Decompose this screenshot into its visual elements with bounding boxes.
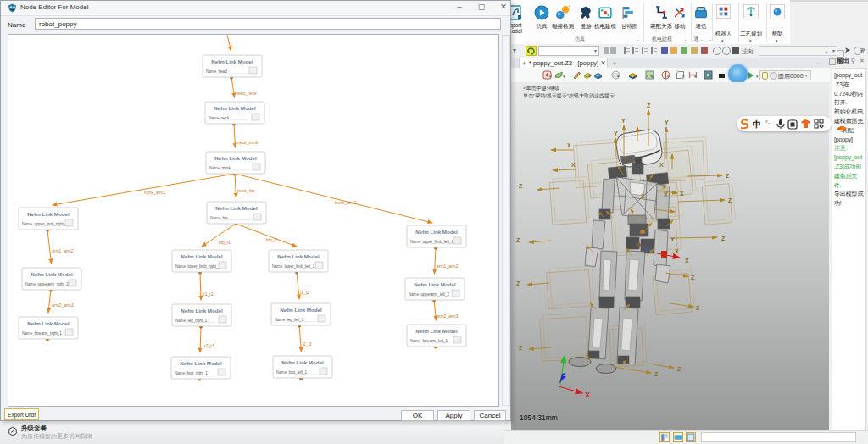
svg-text:Nefm Link Model: Nefm Link Model xyxy=(214,105,256,111)
svg-text:hip_l1: hip_l1 xyxy=(266,237,278,242)
svg-text:Z: Z xyxy=(721,236,726,241)
svg-text:trunk_hip: trunk_hip xyxy=(237,188,255,193)
svg-text:Nefm Link Model: Nefm Link Model xyxy=(27,211,70,217)
svg-text:Y: Y xyxy=(670,236,675,242)
svg-text:r1_r2: r1_r2 xyxy=(203,291,214,297)
svg-text:Name: Name xyxy=(410,339,421,343)
svg-text:Name: Name xyxy=(22,222,33,226)
svg-text:Nefm Link Model: Nefm Link Model xyxy=(215,205,258,211)
svg-text:X: X xyxy=(675,248,679,254)
svg-text:Z: Z xyxy=(647,103,651,108)
svg-text:r2_r3: r2_r3 xyxy=(204,343,214,348)
svg-text:Y: Y xyxy=(621,118,626,124)
svg-text:head_neck: head_neck xyxy=(236,91,257,96)
svg-text:Name: Name xyxy=(25,282,36,286)
svg-text:Name: Name xyxy=(272,264,283,269)
svg-text:lower_limb_left_1: lower_limb_left_1 xyxy=(285,264,315,269)
svg-text:arm2_arm3: arm2_arm3 xyxy=(437,314,459,319)
svg-text:Z: Z xyxy=(728,197,732,203)
svg-text:trunk: trunk xyxy=(222,166,231,170)
svg-text:Nefm Link Model: Nefm Link Model xyxy=(414,281,456,287)
svg-text:Z: Z xyxy=(696,305,700,311)
svg-text:trunk_arm2: trunk_arm2 xyxy=(335,200,357,205)
svg-text:单击"帮助/显示提示"按钮来取消这些提示: 单击"帮助/显示提示"按钮来取消这些提示 xyxy=(523,92,615,99)
svg-text:lower_limb_right_1: lower_limb_right_1 xyxy=(188,264,221,269)
svg-text:Nefm Link Model: Nefm Link Model xyxy=(280,307,322,313)
svg-text:X: X xyxy=(567,142,571,148)
svg-text:leg_right_1: leg_right_1 xyxy=(188,319,208,323)
svg-text:l2_l3: l2_l3 xyxy=(303,341,312,347)
svg-text:foot_right_1: foot_right_1 xyxy=(187,371,209,375)
svg-text:Name: Name xyxy=(175,319,186,323)
svg-text:Nefm Link Model: Nefm Link Model xyxy=(415,229,458,235)
svg-text:Name: Name xyxy=(209,116,220,120)
svg-text:upper_limb_right_1: upper_limb_right_1 xyxy=(35,222,69,226)
svg-text:Nefm Link Model: Nefm Link Model xyxy=(181,253,223,259)
svg-text:Nefm Link Model: Nefm Link Model xyxy=(31,271,73,277)
svg-text:Nefm Link Model: Nefm Link Model xyxy=(211,58,253,64)
svg-text:neck: neck xyxy=(221,116,230,120)
svg-text:Name: Name xyxy=(209,166,220,170)
svg-text:arm2_arm3: arm2_arm3 xyxy=(52,302,74,308)
svg-text:Nefm Link Model: Nefm Link Model xyxy=(181,308,223,314)
svg-text:Z: Z xyxy=(726,173,730,179)
svg-text:upper_limb_left_1: upper_limb_left_1 xyxy=(423,240,454,244)
svg-text:forearm_left_1: forearm_left_1 xyxy=(423,339,448,343)
svg-text:<单击中键>继续: <单击中键>继续 xyxy=(523,86,559,92)
svg-text:foot_left_1: foot_left_1 xyxy=(289,370,308,375)
svg-text:neck_trunk: neck_trunk xyxy=(237,140,259,145)
svg-text:X: X xyxy=(585,391,590,399)
svg-text:Name: Name xyxy=(175,371,186,375)
svg-text:X: X xyxy=(685,258,689,264)
svg-text:Z: Z xyxy=(654,371,659,377)
svg-text:Y: Y xyxy=(665,119,669,125)
svg-text:X: X xyxy=(680,191,684,197)
svg-text:trunk_arm1: trunk_arm1 xyxy=(144,190,166,195)
svg-text:Nefm Link Model: Nefm Link Model xyxy=(27,320,70,326)
svg-text:l1_l2: l1_l2 xyxy=(300,290,309,295)
svg-text:1054.31mm: 1054.31mm xyxy=(520,413,558,422)
svg-text:X: X xyxy=(641,193,645,199)
svg-text:forearm_right_1: forearm_right_1 xyxy=(35,331,63,336)
svg-text:arm1_arm2: arm1_arm2 xyxy=(52,248,74,253)
svg-text:Name: Name xyxy=(175,264,186,269)
svg-text:head: head xyxy=(219,69,228,74)
svg-text:Nefm Link Model: Nefm Link Model xyxy=(281,359,324,365)
svg-text:leg_left_1: leg_left_1 xyxy=(287,318,304,322)
svg-text:Nefm Link Model: Nefm Link Model xyxy=(277,253,320,259)
svg-text:Name: Name xyxy=(210,216,221,220)
svg-text:Name: Name xyxy=(275,318,286,322)
svg-text:Z: Z xyxy=(677,366,682,372)
svg-text:X: X xyxy=(664,191,668,197)
svg-text:Name: Name xyxy=(409,292,420,297)
svg-text:Z: Z xyxy=(519,345,523,351)
svg-text:Nefm Link Model: Nefm Link Model xyxy=(415,328,458,334)
svg-text:Name: Name xyxy=(206,69,217,74)
svg-text:Z: Z xyxy=(516,280,520,286)
svg-text:Z: Z xyxy=(519,183,523,189)
svg-text:Name: Name xyxy=(22,331,33,336)
svg-text:X: X xyxy=(571,162,576,168)
svg-text:arm1_arm2: arm1_arm2 xyxy=(437,264,459,269)
svg-text:Nefm Link Model: Nefm Link Model xyxy=(180,360,222,366)
svg-text:Z: Z xyxy=(516,237,520,243)
svg-text:Nefm Link Model: Nefm Link Model xyxy=(214,155,257,161)
svg-text:hip: hip xyxy=(223,216,229,220)
svg-text:Name: Name xyxy=(410,240,421,244)
svg-text:Y: Y xyxy=(614,130,618,136)
svg-text:Z: Z xyxy=(691,275,695,280)
svg-text:upperarm_left_2: upperarm_left_2 xyxy=(421,292,450,297)
svg-text:X: X xyxy=(659,162,664,168)
svg-text:hip_r1: hip_r1 xyxy=(219,240,231,245)
svg-text:upperarm_right_2: upperarm_right_2 xyxy=(38,282,70,286)
svg-text:Name: Name xyxy=(276,370,287,375)
